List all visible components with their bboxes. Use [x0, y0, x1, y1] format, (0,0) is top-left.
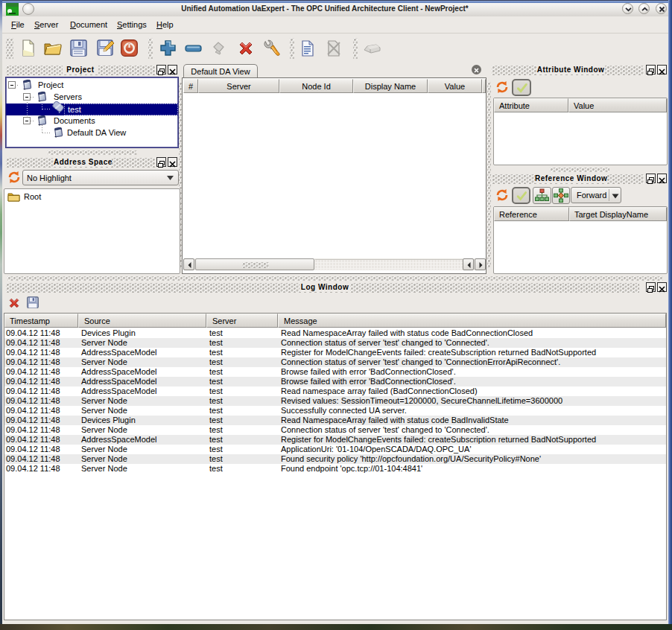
svg-text:Project: Project [38, 80, 63, 89]
svg-text:Servers: Servers [54, 92, 82, 101]
svg-text:Documents: Documents [54, 116, 95, 125]
svg-text:Default DA View: Default DA View [67, 128, 126, 137]
svg-text:test: test [68, 105, 81, 114]
